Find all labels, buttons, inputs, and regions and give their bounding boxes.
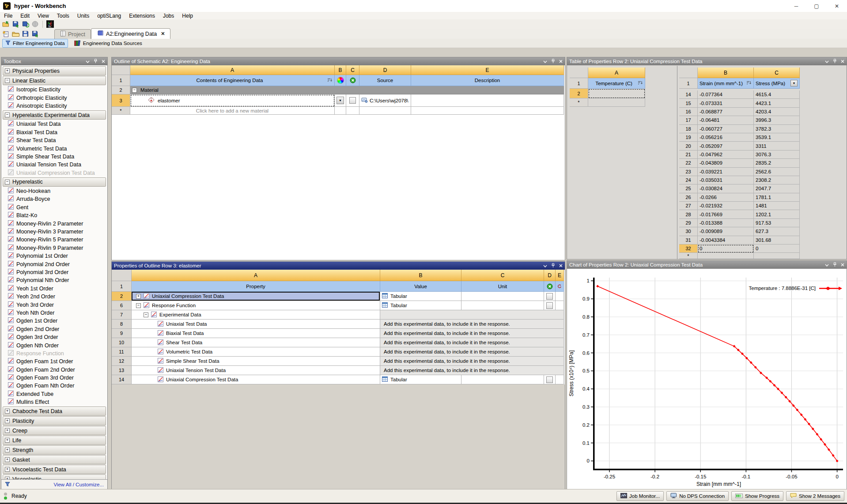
close-panel-icon[interactable] [841, 263, 844, 267]
strain-cell[interactable]: -0.073331 [698, 99, 754, 107]
close-panel-icon[interactable] [841, 59, 844, 64]
strain-cell[interactable]: -0.017669 [698, 210, 754, 218]
expand-icon[interactable]: + [5, 467, 10, 472]
minimize-button[interactable]: ─ [786, 0, 806, 12]
stress-cell[interactable]: 3996.3 [754, 116, 800, 124]
toolbox-item-isotropic-elasticity[interactable]: Isotropic Elasticity [1, 86, 107, 94]
chevron-down-icon[interactable] [543, 263, 547, 268]
toolbox-section-plasticity[interactable]: +Plasticity [3, 416, 106, 425]
toolbox-item-extended-tube[interactable]: Extended Tube [1, 390, 107, 398]
strain-cell[interactable]: -0.035031 [698, 176, 754, 184]
strain-cell[interactable]: -0.052097 [698, 142, 754, 150]
property-row-uniaxial-compression-test-data[interactable]: Uniaxial Compression Test Data [132, 375, 380, 384]
menu-jobs[interactable]: Jobs [159, 13, 178, 19]
strain-cell[interactable]: -0.060727 [698, 125, 754, 133]
toolbox-section-creep[interactable]: +Creep [3, 426, 106, 435]
close-panel-icon[interactable] [559, 263, 563, 268]
suppress-column-icon[interactable] [544, 281, 556, 292]
property-row-shear-test-data[interactable]: Shear Test Data [132, 338, 380, 347]
stress-cell[interactable]: 0 [754, 244, 800, 253]
property-value-tabular[interactable]: Tabular [380, 301, 461, 310]
toolbox-item-yeoh-1st-order[interactable]: Yeoh 1st Order [1, 285, 107, 293]
stress-cell[interactable]: 3782.3 [754, 125, 800, 133]
toolbox-section-viscoelastic-test-data[interactable]: +Viscoelastic Test Data [3, 465, 106, 474]
property-value-tabular[interactable]: Tabular [380, 375, 461, 384]
property-row-uniaxial-test-data[interactable]: Uniaxial Test Data [132, 320, 380, 329]
toolbox-item-uniaxial-test-data[interactable]: Uniaxial Test Data [1, 120, 107, 128]
sort-icon[interactable] [327, 78, 333, 83]
dps-connection-button[interactable]: No DPS Connection [666, 491, 729, 501]
strain-cell[interactable] [698, 253, 754, 259]
stress-cell[interactable]: 2562.6 [754, 168, 800, 176]
pin-icon[interactable] [551, 263, 555, 269]
toolbox-item-mullins-effect[interactable]: Mullins Effect [1, 398, 107, 406]
strain-cell[interactable]: -0.0043384 [698, 236, 754, 244]
toolbox-item-orthotropic-elasticity[interactable]: Orthotropic Elasticity [1, 94, 107, 102]
material-checkbox[interactable] [346, 94, 359, 107]
update-project-icon[interactable] [31, 20, 39, 28]
strain-cell[interactable]: -0.039221 [698, 168, 754, 176]
suppress-column-icon[interactable] [346, 75, 359, 86]
stress-cell[interactable]: 917.53 [754, 219, 800, 227]
toolbox-item-ogden-nth-order[interactable]: Ogden Nth Order [1, 341, 107, 349]
refresh-project-icon[interactable] [21, 20, 30, 28]
property-checkbox[interactable] [544, 292, 556, 301]
strain-cell[interactable]: -0.047962 [698, 150, 754, 159]
strain-cell[interactable]: -0.009089 [698, 227, 754, 236]
toolbox-item-uniaxial-tension-test-data[interactable]: Uniaxial Tension Test Data [1, 161, 107, 169]
stress-cell[interactable]: 4203.4 [754, 108, 800, 116]
chevron-down-icon[interactable] [543, 59, 547, 64]
stress-cell[interactable]: 2047.7 [754, 184, 800, 193]
property-row-response-function[interactable]: −Response Function [132, 301, 380, 310]
property-checkbox[interactable] [544, 375, 556, 384]
toolbox-section-strength[interactable]: +Strength [3, 445, 106, 455]
refresh-column-icon[interactable] [556, 281, 564, 292]
menu-edit[interactable]: Edit [16, 13, 34, 19]
expand-icon[interactable]: + [5, 68, 10, 73]
tab-engineering-data[interactable]: A2:Engineering Data ✕ [91, 28, 171, 39]
color-wheel-icon[interactable] [335, 75, 346, 86]
stress-cell[interactable]: 1781.1 [754, 193, 800, 202]
property-row-uniaxial-tension-test-data[interactable]: Uniaxial Tension Test Data [132, 366, 380, 375]
import-icon[interactable] [2, 20, 10, 28]
property-row-uniaxial-compression-test-data[interactable]: +Uniaxial Compression Test Data [132, 292, 380, 301]
toolbox-item-mooney-rivlin-3-parameter[interactable]: Mooney-Rivlin 3 Parameter [1, 228, 107, 236]
toolbox-item-ogden-1st-order[interactable]: Ogden 1st Order [1, 317, 107, 325]
strain-cell[interactable]: -0.0266 [698, 193, 754, 202]
toolbox-item-simple-shear-test-data[interactable]: Simple Shear Test Data [1, 153, 107, 161]
stress-cell[interactable]: 627.3 [754, 227, 800, 236]
chevron-down-icon[interactable]: ▼ [790, 80, 798, 87]
chevron-down-icon[interactable] [825, 59, 829, 64]
temperature-cell[interactable] [588, 89, 645, 98]
toolbox-section-gasket[interactable]: +Gasket [3, 455, 106, 464]
strain-cell[interactable]: 0 [698, 244, 754, 253]
toolbox-section-viscoelastic[interactable]: +Viscoelastic [3, 474, 106, 479]
pin-icon[interactable] [833, 59, 837, 64]
pin-icon[interactable] [833, 262, 837, 268]
stress-cell[interactable]: 4423.1 [754, 99, 800, 107]
toolbox-item-mooney-rivlin-5-parameter[interactable]: Mooney-Rivlin 5 Parameter [1, 236, 107, 244]
show-messages-button[interactable]: Show 2 Messages [786, 491, 844, 501]
open-icon[interactable] [11, 30, 20, 38]
toolbox-item-yeoh-nth-order[interactable]: Yeoh Nth Order [1, 309, 107, 317]
toolbox-section-chaboche-test-data[interactable]: +Chaboche Test Data [3, 406, 106, 416]
show-progress-button[interactable]: Show Progress [731, 491, 783, 501]
filter-engineering-data-button[interactable]: Filter Engineering Data [2, 39, 68, 48]
property-value-tabular[interactable]: Tabular [380, 292, 461, 301]
menu-optislang[interactable]: optiSLang [93, 13, 125, 19]
stress-cell[interactable]: 4615.4 [754, 90, 800, 99]
strain-cell[interactable]: -0.021932 [698, 202, 754, 210]
collapse-icon[interactable]: − [5, 78, 10, 83]
menu-extensions[interactable]: Extensions [125, 13, 159, 19]
stress-cell[interactable]: 2308.2 [754, 176, 800, 184]
strain-cell[interactable]: -0.077364 [698, 90, 754, 99]
toolbox-item-yeoh-2nd-order[interactable]: Yeoh 2nd Order [1, 293, 107, 301]
add-new-material-cell[interactable]: Click here to add a new material [130, 107, 335, 115]
optislang-icon[interactable]: SL [46, 20, 54, 28]
toolbox-item-biaxial-test-data[interactable]: Biaxial Test Data [1, 128, 107, 136]
sort-icon[interactable] [746, 80, 752, 86]
toolbox-item-anisotropic-elasticity[interactable]: Anisotropic Elasticity [1, 102, 107, 110]
material-dropdown-button[interactable]: ▼ [335, 94, 346, 107]
table-splitter[interactable] [677, 66, 677, 259]
pin-icon[interactable] [551, 59, 555, 64]
